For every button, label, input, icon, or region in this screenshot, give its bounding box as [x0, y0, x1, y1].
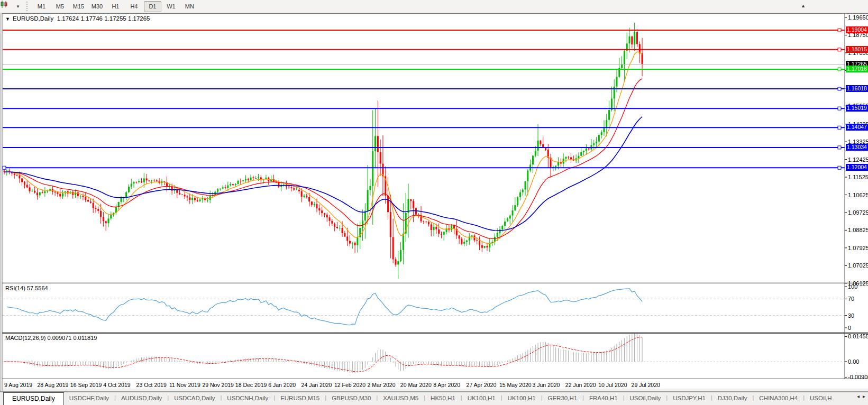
candle-body [339, 228, 341, 228]
tab-usdjpy-h1[interactable]: USDJPY,H1 [668, 392, 711, 405]
candle-body [540, 141, 541, 144]
hline-handle-right-1.15019[interactable] [838, 107, 841, 110]
candle-body [621, 65, 623, 68]
hline-handle-right-1.14047[interactable] [838, 126, 841, 129]
date-label: 20 Mar 2020 [400, 382, 432, 388]
chart-title: ▼EURUSD,Daily 1.17624 1.17746 1.17255 1.… [5, 15, 150, 22]
chevron-down-icon[interactable]: ▼ [16, 4, 20, 9]
tab-scroll-left-icon[interactable]: ◂ [857, 393, 860, 399]
timeframe-button-m5[interactable]: M5 [51, 1, 69, 12]
timeframe-button-m1[interactable]: M1 [33, 1, 50, 12]
candle-body [237, 181, 239, 184]
tab-fra40-h1[interactable]: FRA40,H1 [584, 392, 623, 405]
hline-handle-right-1.12004[interactable] [838, 166, 841, 169]
tab-gbpusd-m30[interactable]: GBPUSD,M30 [326, 392, 376, 405]
tab-usdcnh-daily[interactable]: USDCNH,Daily [222, 392, 273, 405]
toolbar-overflow-icon[interactable]: ▲ [801, 3, 806, 8]
candle-body [425, 222, 427, 222]
timeframe-button-w1[interactable]: W1 [162, 1, 180, 12]
tab-usoil-h[interactable]: USOil,H [805, 392, 837, 405]
price-level-badge[interactable]: 1.14047 [846, 124, 868, 131]
timeframe-button-h1[interactable]: H1 [107, 1, 124, 12]
candle-body [93, 203, 94, 208]
tab-eurusd-daily[interactable]: EURUSD,Daily [3, 392, 64, 405]
candle-body [334, 224, 335, 227]
price-tick-label: 1.12425 [848, 157, 868, 163]
price-tick-label: 1.07925 [848, 245, 868, 251]
tab-usoil-daily[interactable]: USOil,Daily [625, 392, 666, 405]
candlestick-chart-icon[interactable] [2, 1, 15, 12]
candle-body [624, 51, 625, 65]
macd-scale-label: -0.009001 [848, 374, 868, 380]
timeframe-button-m30[interactable]: M30 [88, 1, 106, 12]
date-label: 3 Jun 2020 [532, 382, 560, 388]
candle-body [484, 246, 486, 248]
timeframe-button-h4[interactable]: H4 [125, 1, 143, 12]
price-level-badge[interactable]: 1.19004 [846, 26, 868, 33]
tab-eurusd-m15[interactable]: EURUSD,M15 [275, 392, 325, 405]
candle-body [504, 222, 506, 226]
candle-body [634, 32, 635, 44]
tab-scroll-right-icon[interactable]: ▸ [863, 393, 865, 399]
date-label: 8 Apr 2020 [433, 382, 460, 388]
tab-usdcad-daily[interactable]: USDCAD,Daily [169, 392, 220, 405]
hline-handle-left-1.12004[interactable] [3, 166, 6, 169]
candle-body [435, 227, 437, 229]
tab-uk100-h1[interactable]: UK100,H1 [502, 392, 541, 405]
macd-label: MACD(12,26,9) 0.009071 0.011819 [5, 335, 97, 341]
date-label: 11 Nov 2019 [169, 382, 200, 388]
date-label: 4 Oct 2019 [103, 382, 130, 388]
tab-uk100-h1[interactable]: UK100,H1 [462, 392, 501, 405]
candle-body [250, 178, 252, 180]
candle-body [451, 225, 452, 230]
tab-ger30-h1[interactable]: GER30,H1 [542, 392, 582, 405]
tab-hk50-h1[interactable]: HK50,H1 [425, 392, 461, 405]
candle-body [121, 198, 122, 202]
candle-body [608, 110, 610, 120]
symbol-dropdown-icon[interactable]: ▼ [5, 16, 10, 22]
price-level-badge[interactable]: 1.18015 [846, 46, 868, 53]
candle-body [586, 149, 587, 151]
tab-xauusd-m5[interactable]: XAUUSD,M5 [378, 392, 424, 405]
price-level-badge[interactable]: 1.15019 [846, 105, 868, 112]
candle-body [346, 236, 348, 241]
candle-body [459, 235, 460, 238]
candle-body [522, 189, 524, 192]
price-level-badge[interactable]: 1.12004 [846, 164, 868, 171]
tab-audusd-daily[interactable]: AUDUSD,Daily [116, 392, 167, 405]
candle-body [486, 246, 488, 247]
hline-handle-right-1.17016[interactable] [838, 68, 841, 71]
hline-handle-right-1.16018[interactable] [838, 87, 841, 90]
timeframe-button-mn[interactable]: MN [181, 1, 198, 12]
date-label: 22 Jun 2020 [565, 382, 596, 388]
chart-canvas [0, 13, 868, 405]
macd-panel-bg [3, 333, 845, 379]
price-level-badge[interactable]: 1.16018 [846, 85, 868, 92]
timeframe-button-d1[interactable]: D1 [144, 1, 161, 12]
hline-handle-right-1.13034[interactable] [838, 146, 841, 149]
timeframe-buttons: M1M5M15M30H1H4D1W1MN [32, 1, 199, 12]
candle-body [232, 184, 234, 185]
candle-body [217, 189, 218, 191]
price-tick-label: 1.10625 [848, 192, 868, 198]
toolbar-grip[interactable] [26, 2, 29, 11]
tab-dj30-daily[interactable]: DJ30,Daily [712, 392, 753, 405]
date-label: 6 Jan 2020 [268, 382, 296, 388]
candle-body [138, 181, 140, 182]
candle-body [642, 53, 643, 65]
hline-handle-right-1.18015[interactable] [838, 48, 841, 51]
candle-body [62, 194, 63, 197]
candle-body [479, 241, 480, 245]
candle-body [189, 197, 190, 200]
candle-body [82, 196, 84, 197]
tab-usdchf-daily[interactable]: USDCHF,Daily [64, 392, 114, 405]
candle-body [629, 36, 631, 43]
tab-china300-h4[interactable]: CHINA300,H4 [754, 392, 803, 405]
hline-handle-right-1.19004[interactable] [838, 29, 841, 32]
price-level-badge[interactable]: 1.17016 [846, 66, 868, 72]
candle-body [301, 191, 303, 197]
price-level-badge[interactable]: 1.13034 [846, 144, 868, 151]
candle-body [296, 190, 297, 190]
timeframe-button-m15[interactable]: M15 [70, 1, 87, 12]
date-label: 27 Apr 2020 [467, 382, 497, 388]
